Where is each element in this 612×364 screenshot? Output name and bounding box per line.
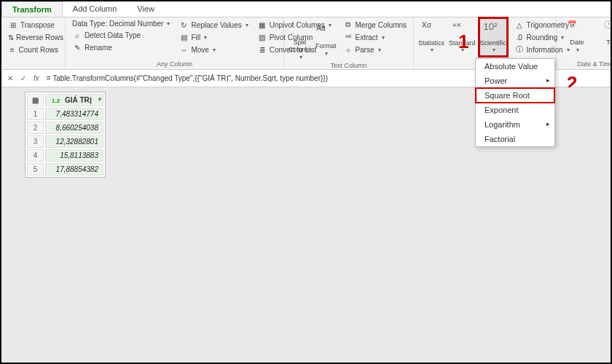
select-all-cell[interactable]: ▦ xyxy=(27,94,44,106)
count-rows-button[interactable]: ≡Count Rows xyxy=(6,44,60,55)
fill-button[interactable]: ▤Fill xyxy=(176,31,250,43)
replace-icon: ↻ xyxy=(178,20,189,30)
parse-button[interactable]: ⟐Parse xyxy=(341,44,409,55)
column-header-gia-tri[interactable]: 1.2 GIÁ TRỊ ▾ xyxy=(45,94,103,106)
statistics-button[interactable]: XσStatistics xyxy=(418,19,444,55)
column-name: GIÁ TRỊ xyxy=(65,96,92,104)
filter-icon[interactable]: ▾ xyxy=(98,96,101,103)
fx-icon: fx xyxy=(34,74,39,82)
menu-logarithm[interactable]: Logarithm xyxy=(476,117,554,132)
menu-exponent[interactable]: Exponent xyxy=(476,103,554,117)
rename-button[interactable]: ✎Rename xyxy=(70,41,172,53)
decimal-type-icon: 1.2 xyxy=(52,98,60,104)
split-icon: ⸽ xyxy=(291,20,310,39)
rename-icon: ✎ xyxy=(72,42,82,52)
menu-square-root[interactable]: Square Root xyxy=(476,88,554,103)
fill-icon: ▤ xyxy=(178,32,189,42)
parse-icon: ⟐ xyxy=(343,44,353,55)
tab-add-column[interactable]: Add Column xyxy=(63,1,128,17)
table-row[interactable]: 28,660254038 xyxy=(27,122,103,134)
tab-transform[interactable]: Transform xyxy=(1,1,63,17)
scientific-icon: 10² xyxy=(484,21,503,40)
round-icon: .0 xyxy=(514,32,525,42)
tab-view[interactable]: View xyxy=(127,1,165,17)
split-column-button[interactable]: ⸽Split Column xyxy=(289,19,311,62)
unpivot-icon: ▦ xyxy=(257,20,267,30)
ribbon: ⊞Transpose ⇅Reverse Rows ≡Count Rows Dat… xyxy=(1,17,611,70)
group-any-column: Data Type: Decimal Number ⌕Detect Data T… xyxy=(66,17,284,69)
reverse-rows-button[interactable]: ⇅Reverse Rows xyxy=(6,31,60,43)
time-icon: 🕐 xyxy=(604,20,612,39)
table-row[interactable]: 312,32882801 xyxy=(27,135,103,148)
info-icon: ⓘ xyxy=(514,44,525,55)
tab-bar: Transform Add Column View xyxy=(1,1,611,17)
annotation-1: 1 xyxy=(458,31,468,53)
group-datetime: 📅Date 🕐Time Date & Time xyxy=(557,17,612,69)
group-label-anycol: Any Column xyxy=(70,60,279,69)
merge-icon: ⧉ xyxy=(343,20,353,30)
table-row[interactable]: 415,8113883 xyxy=(27,149,103,162)
format-icon: Aa xyxy=(316,24,335,43)
reverse-icon: ⇅ xyxy=(8,32,14,42)
replace-values-button[interactable]: ↻Replace Values xyxy=(176,19,250,31)
group-text-column: ⸽Split Column AaFormat ⧉Merge Columns ᴬᴮ… xyxy=(284,17,414,69)
menu-absolute-value[interactable]: Absolute Value xyxy=(476,59,554,74)
group-label-datetime: Date & Time xyxy=(561,60,612,69)
count-icon: ≡ xyxy=(8,44,17,55)
data-table[interactable]: ▦ 1.2 GIÁ TRỊ ▾ 17,483314774 28,66025403… xyxy=(25,92,106,178)
accept-formula-icon[interactable]: ✓ xyxy=(20,74,26,82)
scientific-button[interactable]: 10²Scientific xyxy=(480,19,506,55)
data-type-button[interactable]: Data Type: Decimal Number xyxy=(70,19,172,28)
move-icon: ↔ xyxy=(178,44,189,55)
date-button[interactable]: 📅Date xyxy=(561,19,593,55)
scientific-menu: Absolute Value Power Square Root Exponen… xyxy=(475,58,555,147)
extract-button[interactable]: ᴬᴮExtract xyxy=(341,31,409,43)
extract-icon: ᴬᴮ xyxy=(343,32,353,42)
table-row[interactable]: 17,483314774 xyxy=(27,108,103,120)
menu-power[interactable]: Power xyxy=(476,74,554,88)
format-button[interactable]: AaFormat xyxy=(315,19,337,62)
merge-columns-button[interactable]: ⧉Merge Columns xyxy=(341,19,409,31)
pivot-icon: ▧ xyxy=(257,32,267,42)
group-label-textcol: Text Column xyxy=(289,62,409,71)
time-button[interactable]: 🕐Time xyxy=(597,19,612,55)
date-icon: 📅 xyxy=(568,20,586,39)
trig-icon: △ xyxy=(514,20,525,30)
list-icon: ≣ xyxy=(257,44,267,55)
table-row[interactable]: 517,88854382 xyxy=(27,163,103,175)
detect-type-button[interactable]: ⌕Detect Data Type xyxy=(70,29,172,41)
group-table: ⊞Transpose ⇅Reverse Rows ≡Count Rows xyxy=(1,17,66,69)
transpose-icon: ⊞ xyxy=(8,20,18,30)
detect-icon: ⌕ xyxy=(72,30,82,40)
stats-icon: Xσ xyxy=(422,21,441,40)
close-formula-icon[interactable]: ✕ xyxy=(7,74,13,82)
move-button[interactable]: ↔Move xyxy=(176,44,250,55)
menu-factorial[interactable]: Factorial xyxy=(476,132,554,146)
transpose-button[interactable]: ⊞Transpose xyxy=(6,19,60,31)
